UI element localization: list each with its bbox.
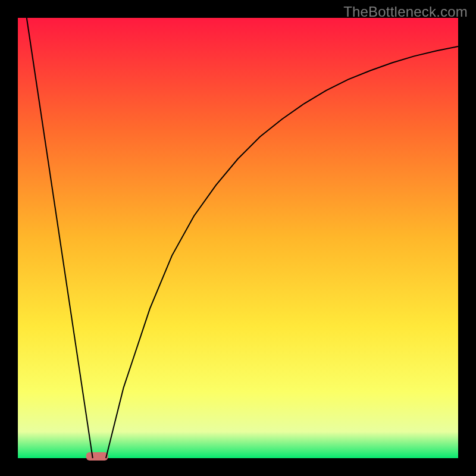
optimal-marker: [86, 452, 108, 461]
chart-svg: [0, 0, 476, 476]
watermark: TheBottleneck.com: [343, 4, 468, 20]
bottleneck-chart: TheBottleneck.com: [0, 0, 476, 476]
plot-background: [18, 18, 458, 458]
